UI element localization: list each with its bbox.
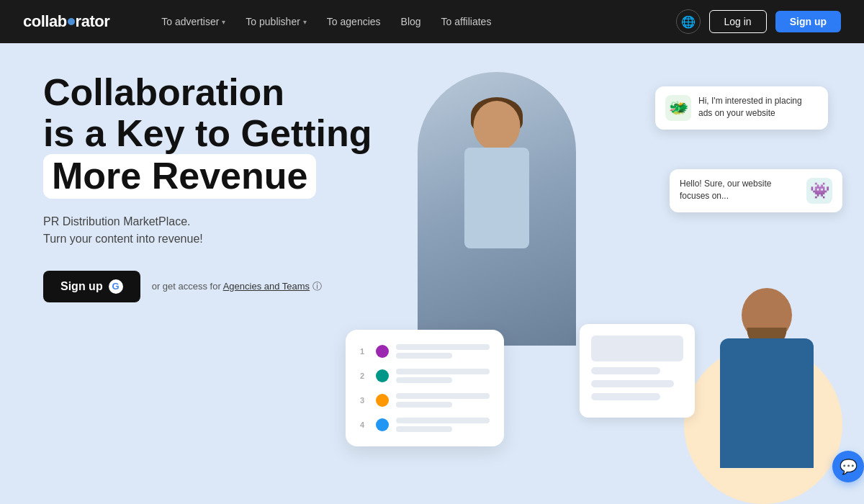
man-body — [702, 288, 832, 504]
info-icon: ⓘ — [312, 281, 322, 292]
hero-subtitle: PR Distribution MarketPlace. Turn your c… — [43, 213, 432, 248]
nav-to-publisher[interactable]: To publisher ▾ — [237, 12, 315, 32]
woman-photo — [418, 72, 576, 346]
chat-text-1: Hi, I'm interested in placing ads on you… — [698, 95, 818, 120]
hero-title: Collaboration is a Key to Getting More R… — [43, 72, 432, 199]
chevron-icon: ▾ — [303, 18, 307, 26]
hero-section: Collaboration is a Key to Getting More R… — [0, 43, 864, 504]
list-item: 4 — [360, 418, 490, 432]
nav-links: To advertiser ▾ To publisher ▾ To agenci… — [153, 12, 675, 32]
chat-float-button[interactable]: 💬 — [832, 451, 864, 482]
nav-to-affiliates[interactable]: To affiliates — [433, 12, 500, 32]
chat-bubble-1: 🐲 Hi, I'm interested in placing ads on y… — [655, 86, 828, 130]
list-line — [396, 369, 490, 374]
woman-head — [474, 101, 521, 151]
list-lines — [396, 369, 490, 383]
list-line — [396, 344, 490, 350]
doc-rect-narrow — [591, 367, 660, 374]
logo-dot — [68, 18, 75, 25]
agency-access-text: or get access for Agencies and Teams ⓘ — [152, 280, 322, 293]
hero-text: Collaboration is a Key to Getting More R… — [43, 72, 432, 302]
list-dot-2 — [376, 369, 389, 382]
login-button[interactable]: Log in — [709, 10, 767, 33]
monster-icon-1: 🐲 — [665, 95, 691, 121]
list-lines — [396, 393, 490, 408]
woman-body — [446, 101, 547, 346]
man-photo — [684, 266, 850, 504]
logo[interactable]: collabrator — [23, 12, 109, 31]
chat-bubble-2: Hello! Sure, our website focuses on... 👾 — [670, 169, 842, 212]
monster-icon-2: 👾 — [806, 178, 832, 204]
list-dot-3 — [376, 394, 389, 407]
list-lines — [396, 418, 490, 432]
man-figure — [677, 245, 850, 504]
list-line — [396, 377, 452, 383]
nav-to-agencies[interactable]: To agencies — [318, 12, 390, 32]
list-line — [396, 353, 452, 359]
signup-button[interactable]: Sign up — [775, 11, 841, 32]
nav-to-advertiser[interactable]: To advertiser ▾ — [153, 12, 234, 32]
chevron-icon: ▾ — [222, 18, 225, 26]
nav-blog[interactable]: Blog — [392, 12, 430, 32]
list-line — [396, 393, 490, 399]
navbar: collabrator To advertiser ▾ To publisher… — [0, 0, 864, 43]
list-card: 1 2 3 — [346, 330, 504, 446]
doc-card — [580, 324, 695, 418]
google-icon: G — [109, 279, 123, 294]
nav-right: 🌐 Log in Sign up — [676, 9, 841, 34]
doc-rect-narrow — [591, 393, 660, 400]
list-line — [396, 426, 452, 432]
list-item: 2 — [360, 369, 490, 383]
woman-torso — [464, 148, 529, 248]
man-torso — [720, 338, 814, 468]
list-lines — [396, 344, 490, 359]
hero-title-highlight: More Revenue — [43, 154, 316, 198]
doc-rect-shorter — [591, 380, 674, 387]
list-item: 3 — [360, 393, 490, 408]
list-dot-4 — [376, 418, 389, 431]
list-item: 1 — [360, 344, 490, 359]
chat-text-2: Hello! Sure, our website focuses on... — [680, 178, 799, 202]
doc-rect-wide — [591, 336, 683, 361]
woman-figure — [418, 58, 576, 374]
list-line — [396, 402, 452, 408]
list-dot-1 — [376, 345, 389, 358]
hero-cta-row: Sign up G or get access for Agencies and… — [43, 271, 432, 302]
language-button[interactable]: 🌐 — [676, 9, 701, 34]
list-line — [396, 418, 490, 423]
agencies-teams-link[interactable]: Agencies and Teams — [223, 281, 310, 292]
hero-signup-button[interactable]: Sign up G — [43, 271, 140, 302]
